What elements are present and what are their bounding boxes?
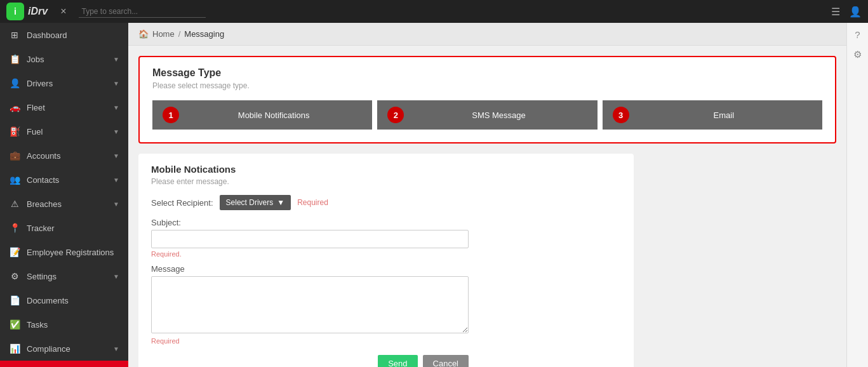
subject-label: Subject: [151,218,621,227]
sidebar-icon-compliance: 📊 [9,344,20,354]
message-required: Required [151,337,621,345]
recipient-label: Select Recipient: [151,198,213,208]
main-content: 🏠 Home / Messaging Message Type Please s… [128,23,846,367]
sidebar-label-tracker: Tracker [27,224,119,233]
sidebar-item-fuel[interactable]: ⛽ Fuel ▼ [0,119,128,143]
settings-icon[interactable]: ⚙ [853,49,862,60]
arrow-icon-breaches: ▼ [113,201,119,208]
form-actions: Send Cancel [151,355,469,367]
sidebar: ⊞ Dashboard 📋 Jobs ▼ 👤 Drivers ▼ 🚗 Fleet… [0,23,128,367]
select-drivers-label: Select Drivers [226,198,274,207]
sidebar-label-employee-registrations: Employee Registrations [27,248,119,257]
sidebar-item-jobs[interactable]: 📋 Jobs ▼ [0,47,128,71]
sidebar-icon-jobs: 📋 [9,54,20,64]
sidebar-icon-contacts: 👥 [9,175,20,185]
form-title: Mobile Notications [151,164,621,175]
sidebar-label-breaches: Breaches [27,199,107,209]
sidebar-label-compliance: Compliance [27,344,107,354]
breadcrumb: 🏠 Home / Messaging [128,23,846,46]
sidebar-label-settings: Settings [27,272,107,281]
logo-text: iDrv [28,6,48,17]
sidebar-icon-tracker: 📍 [9,223,20,233]
message-type-card: Message Type Please select message type.… [138,56,836,143]
sidebar-item-contacts[interactable]: 👥 Contacts ▼ [0,168,128,192]
arrow-icon-fleet: ▼ [113,104,119,111]
sidebar-item-dashboard[interactable]: ⊞ Dashboard [0,23,128,47]
sidebar-label-fuel: Fuel [27,127,107,137]
select-drivers-button[interactable]: Select Drivers ▼ [220,195,291,210]
email-button[interactable]: 3 Email [603,100,822,130]
search-input[interactable] [79,6,206,18]
form-card: Mobile Notications Please enter message.… [138,154,634,367]
topbar: i iDrv × ☰ 👤 [0,0,868,23]
help-icon[interactable]: ? [855,29,860,40]
message-type-buttons: 1 Mobile Notifications 2 SMS Message 3 E… [152,100,822,130]
sidebar-label-drivers: Drivers [27,79,107,88]
arrow-icon-fuel: ▼ [113,128,119,135]
arrow-icon-accounts: ▼ [113,152,119,159]
arrow-icon-drivers: ▼ [113,80,119,87]
sidebar-label-fleet: Fleet [27,103,107,112]
sidebar-label-dashboard: Dashboard [27,30,119,40]
subject-group: Subject: Required. [151,218,621,258]
sms-message-button[interactable]: 2 SMS Message [377,100,597,130]
sidebar-item-employee-registrations[interactable]: 📝 Employee Registrations [0,240,128,264]
sidebar-item-fleet[interactable]: 🚗 Fleet ▼ [0,95,128,119]
message-type-subtitle: Please select message type. [152,81,822,90]
sidebar-icon-fuel: ⛽ [9,126,20,137]
breadcrumb-home[interactable]: Home [152,29,175,39]
sidebar-item-messaging[interactable]: ✉ Messaging [0,361,128,367]
sidebar-item-accounts[interactable]: 💼 Accounts ▼ [0,143,128,168]
sidebar-item-tracker[interactable]: 📍 Tracker [0,216,128,240]
badge-1: 1 [163,107,179,123]
badge-3: 3 [613,107,629,123]
sidebar-label-documents: Documents [27,296,119,305]
sidebar-icon-tasks: ✅ [9,319,20,330]
dropdown-arrow-icon: ▼ [277,198,284,207]
breadcrumb-separator: / [178,29,181,39]
user-icon[interactable]: 👤 [849,6,862,18]
menu-icon[interactable]: ☰ [831,6,840,18]
mobile-notifications-label: Mobile Notifications [185,110,362,120]
sidebar-icon-breaches: ⚠ [9,199,20,209]
message-label: Message [151,264,621,274]
sms-message-label: SMS Message [410,110,587,120]
arrow-icon-settings: ▼ [113,273,119,280]
arrow-icon-compliance: ▼ [113,345,119,352]
form-subtitle: Please enter message. [151,177,621,186]
inner-content: Message Type Please select message type.… [128,46,846,367]
sidebar-icon-employee-registrations: 📝 [9,247,20,257]
sidebar-item-settings[interactable]: ⚙ Settings ▼ [0,264,128,288]
recipient-row: Select Recipient: Select Drivers ▼ Requi… [151,195,621,210]
search-bar [79,6,831,18]
cancel-button[interactable]: Cancel [423,355,469,367]
topbar-right-actions: ☰ 👤 [831,6,862,18]
sidebar-icon-accounts: 💼 [9,150,20,161]
logo: i iDrv [6,3,48,20]
sidebar-label-contacts: Contacts [27,175,107,185]
subject-input[interactable] [151,230,469,248]
home-icon: 🏠 [138,29,149,39]
sidebar-item-documents[interactable]: 📄 Documents [0,288,128,312]
email-label: Email [636,110,812,120]
sidebar-label-accounts: Accounts [27,151,107,161]
message-type-title: Message Type [152,67,822,79]
right-panel: ? ⚙ [846,23,868,367]
logo-icon: i [6,3,24,20]
sidebar-item-breaches[interactable]: ⚠ Breaches ▼ [0,192,128,216]
breadcrumb-current: Messaging [184,29,224,39]
sidebar-icon-drivers: 👤 [9,78,20,88]
mobile-notifications-button[interactable]: 1 Mobile Notifications [152,100,372,130]
close-icon[interactable]: × [60,6,66,17]
subject-required: Required. [151,250,621,258]
sidebar-item-compliance[interactable]: 📊 Compliance ▼ [0,337,128,361]
sidebar-item-drivers[interactable]: 👤 Drivers ▼ [0,71,128,95]
sidebar-icon-dashboard: ⊞ [9,30,20,40]
sidebar-icon-fleet: 🚗 [9,102,20,112]
badge-2: 2 [387,107,404,123]
send-button[interactable]: Send [378,355,417,367]
arrow-icon-contacts: ▼ [113,177,119,184]
sidebar-icon-settings: ⚙ [9,271,20,281]
message-textarea[interactable] [151,276,469,333]
sidebar-item-tasks[interactable]: ✅ Tasks [0,312,128,337]
